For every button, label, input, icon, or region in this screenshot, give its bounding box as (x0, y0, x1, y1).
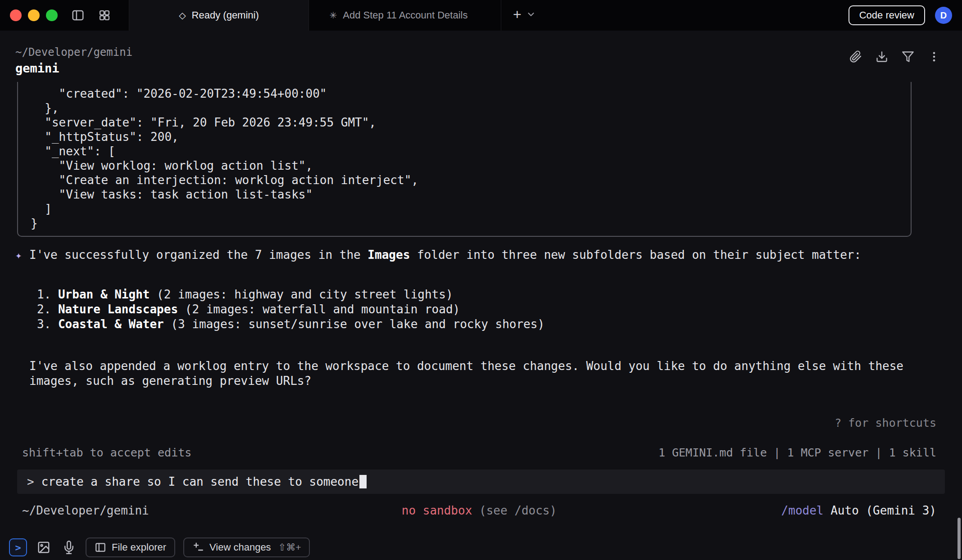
scrollbar-thumb[interactable] (957, 518, 961, 559)
file-explorer-icon (95, 542, 106, 553)
view-changes-button[interactable]: View changes ⇧⌘+ (183, 537, 310, 557)
zoom-window-button[interactable] (46, 9, 58, 21)
tab-list-chevron-icon[interactable] (526, 9, 536, 21)
view-changes-shortcut: ⇧⌘+ (278, 542, 301, 553)
prompt-chevron: > (27, 475, 34, 488)
more-options-icon[interactable] (928, 50, 940, 63)
shortcuts-hint: ? for shortcuts (0, 416, 962, 430)
model-command[interactable]: /model (781, 504, 824, 517)
sandbox-status: no sandbox (see /docs) (324, 504, 635, 517)
assistant-message: ✦ I've successfully organized the 7 imag… (0, 248, 962, 262)
assistant-closing-text: I've also appended a worklog entry to th… (0, 359, 962, 388)
terminal-prompt-icon: > (15, 542, 21, 553)
folder-list: 1. Urban & Night (2 images: highway and … (0, 287, 962, 332)
avatar[interactable]: D (935, 7, 952, 24)
diff-plus-minus-icon (192, 542, 204, 553)
session-header: ~/Developer/gemini gemini (0, 31, 962, 76)
close-window-button[interactable] (10, 9, 22, 21)
sandbox-warning: no sandbox (402, 504, 472, 517)
view-changes-label: View changes (209, 542, 271, 553)
file-explorer-label: File explorer (112, 542, 166, 553)
attachment-icon[interactable] (849, 50, 862, 63)
tab-overview-grid-icon[interactable] (98, 9, 111, 22)
terminal-mode-toggle[interactable]: > (9, 538, 27, 556)
assistant-message-text: I've successfully organized the 7 images… (29, 248, 861, 262)
prompt-input-value[interactable]: create a share so I can send these to so… (41, 475, 358, 488)
code-review-button[interactable]: Code review (849, 5, 925, 25)
new-tab-button[interactable]: + (513, 7, 522, 22)
diamond-status-icon: ◇ (179, 10, 186, 21)
terminal-pane: ~/Developer/gemini gemini "created": "20… (0, 31, 962, 560)
context-summary: 1 GEMINI.md file | 1 MCP server | 1 skil… (658, 446, 936, 460)
tab-label: Ready (gemini) (192, 9, 259, 21)
image-attach-icon[interactable] (35, 538, 52, 556)
asterisk-working-icon: ✳︎ (330, 10, 337, 21)
tab-label: Add Step 11 Account Details (343, 9, 467, 21)
session-tabs: ◇ Ready (gemini) ✳︎ Add Step 11 Account … (129, 0, 488, 31)
gemini-star-icon: ✦ (15, 248, 22, 262)
context-row: shift+tab to accept edits 1 GEMINI.md fi… (0, 446, 962, 460)
window-controls (0, 0, 58, 31)
accept-edits-hint: shift+tab to accept edits (22, 446, 191, 460)
text-cursor (359, 475, 367, 488)
file-explorer-button[interactable]: File explorer (86, 537, 175, 557)
tab-ready-gemini[interactable]: ◇ Ready (gemini) (129, 0, 309, 31)
status-cwd: ~/Developer/gemini (22, 504, 324, 517)
download-icon[interactable] (876, 50, 888, 63)
filter-icon[interactable] (902, 50, 914, 63)
list-item: 2. Nature Landscapes (2 images: waterfal… (37, 302, 962, 317)
sandbox-docs-note: (see /docs) (472, 504, 557, 517)
microphone-icon[interactable] (60, 538, 77, 556)
session-title: gemini (15, 61, 132, 76)
list-item: 1. Urban & Night (2 images: highway and … (37, 287, 962, 302)
prompt-input[interactable]: > create a share so I can send these to … (17, 470, 945, 494)
model-status: /model Auto (Gemini 3) (635, 504, 936, 517)
sidebar-toggle-icon[interactable] (71, 9, 85, 22)
tab-add-step-11[interactable]: ✳︎ Add Step 11 Account Details (309, 0, 488, 31)
working-directory-path: ~/Developer/gemini (15, 46, 132, 59)
minimize-window-button[interactable] (28, 9, 40, 21)
model-name: Auto (Gemini 3) (824, 504, 936, 517)
list-item: 3. Coastal & Water (3 images: sunset/sun… (37, 317, 962, 332)
titlebar: ◇ Ready (gemini) ✳︎ Add Step 11 Account … (0, 0, 962, 31)
bottom-toolbar: > File explorer View changes ⇧⌘+ (9, 537, 310, 557)
status-bar: ~/Developer/gemini no sandbox (see /docs… (0, 504, 962, 517)
tool-output-block: "created": "2026-02-20T23:49:54+00:00" }… (17, 82, 912, 237)
json-response-text: "created": "2026-02-20T23:49:54+00:00" }… (31, 86, 902, 230)
